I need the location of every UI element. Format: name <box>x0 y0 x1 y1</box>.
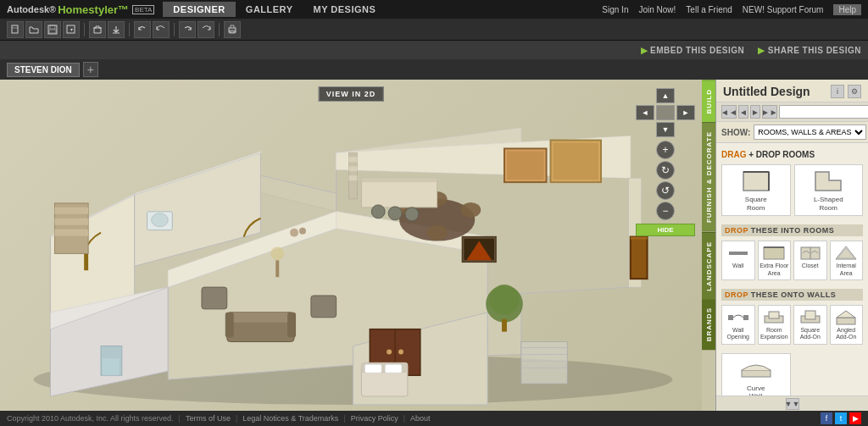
tab-mydesigns[interactable]: MY DESIGNS <box>303 2 386 17</box>
saveas-button[interactable]: ▾ <box>63 21 80 38</box>
tab-landscape[interactable]: LANDSCAPE <box>702 232 715 300</box>
redo2-button[interactable] <box>198 21 214 38</box>
extra-floor-item[interactable]: Extra FloorArea <box>758 241 792 280</box>
privacy-link[interactable]: Privacy Policy <box>351 414 398 423</box>
svg-rect-53 <box>502 319 507 332</box>
tab-designer[interactable]: DESIGNER <box>163 2 235 17</box>
square-addon-item[interactable]: SquareAdd-On <box>793 305 827 345</box>
download-button[interactable] <box>108 21 125 38</box>
wall-opening-label: WallOpening <box>727 327 749 341</box>
nav-left-button[interactable]: ◄ <box>636 105 654 120</box>
nav-right-button[interactable]: ► <box>676 105 695 120</box>
add-design-button[interactable]: + <box>83 62 98 77</box>
rotate-cw-button[interactable]: ↻ <box>656 161 675 180</box>
svg-point-85 <box>290 229 298 237</box>
square-room-icon <box>739 169 773 194</box>
svg-rect-38 <box>287 313 296 338</box>
tab-build[interactable]: BUILD <box>702 80 715 122</box>
legal-link[interactable]: Legal Notices & Trademarks <box>242 414 338 423</box>
tab-gallery[interactable]: GALLERY <box>236 2 303 17</box>
back-button[interactable]: ◄◄ <box>721 105 737 119</box>
save-button[interactable] <box>44 21 61 38</box>
svg-point-50 <box>398 349 403 354</box>
open-button[interactable] <box>25 21 42 38</box>
social-buttons: f t ▶ <box>821 412 861 424</box>
svg-rect-99 <box>743 315 748 320</box>
redo-button[interactable] <box>179 21 196 38</box>
hide-button[interactable]: HIDE <box>636 224 695 236</box>
embed-design-button[interactable]: ▶ EMBED THIS DESIGN <box>641 46 745 55</box>
svg-rect-37 <box>225 313 234 338</box>
svg-rect-40 <box>311 296 337 318</box>
new-button[interactable] <box>7 21 24 38</box>
svg-rect-83 <box>349 166 358 171</box>
drop-onto-walls-header: DROP THESE ONTO WALLS <box>721 289 863 301</box>
share-label: SHARE THIS DESIGN <box>768 46 861 55</box>
share-design-button[interactable]: ▶ SHARE THIS DESIGN <box>758 46 861 55</box>
drag-highlight: DRAG <box>721 150 746 159</box>
canvas-area[interactable]: VIEW IN 2D ▲ ◄ ► ▼ + ↻ ↺ − HIDE <box>0 80 702 411</box>
internal-area-item[interactable]: InternalArea <box>830 241 864 280</box>
nav-down-button[interactable]: ▼ <box>656 122 675 137</box>
undo-button[interactable] <box>134 21 151 38</box>
svg-marker-90 <box>815 172 841 191</box>
facebook-button[interactable]: f <box>821 412 832 424</box>
angled-addon-icon <box>833 308 859 327</box>
zoom-out-button[interactable]: − <box>656 202 675 220</box>
undo2-button[interactable] <box>153 21 170 38</box>
user-tab[interactable]: STEVEN DION <box>7 63 80 77</box>
main-toolbar: ▾ <box>0 19 868 41</box>
rooms-grid: SquareRoom L-ShapedRoom <box>721 164 863 216</box>
settings-panel-button[interactable]: ⚙ <box>848 85 861 98</box>
svg-rect-87 <box>743 172 769 191</box>
svg-rect-101 <box>769 312 779 318</box>
svg-rect-71 <box>553 143 598 180</box>
print-button[interactable] <box>224 21 241 38</box>
tab-brands[interactable]: BRANDS <box>702 299 715 350</box>
signin-link[interactable]: Sign In <box>602 5 628 14</box>
l-shaped-room-item[interactable]: L-ShapedRoom <box>794 164 864 216</box>
closet-item[interactable]: Closet <box>793 241 827 280</box>
tell-friend-link[interactable]: Tell a Friend <box>686 5 732 14</box>
wall-item[interactable]: Wall <box>721 241 755 280</box>
footer-sep3: | <box>343 414 345 423</box>
svg-point-52 <box>489 285 520 315</box>
zoom-in-button[interactable]: + <box>656 141 675 159</box>
nav-tabs: DESIGNER GALLERY MY DESIGNS <box>163 2 386 17</box>
curve-wall-item[interactable]: CurveWall <box>721 353 791 396</box>
twitter-button[interactable]: t <box>835 412 847 424</box>
wall-opening-item[interactable]: WallOpening <box>721 305 755 345</box>
drop-onto-walls-grid: WallOpening RoomExpansion <box>721 305 863 345</box>
next-button[interactable]: ► <box>750 105 760 119</box>
about-link[interactable]: About <box>410 414 431 423</box>
tab-furnish[interactable]: FURNISH & DECORATE <box>702 122 715 231</box>
support-link[interactable]: NEW! Support Forum <box>743 5 824 14</box>
top-navigation: Autodesk® Homestyler™ BETA DESIGNER GALL… <box>0 0 868 19</box>
room-expansion-item[interactable]: RoomExpansion <box>758 305 792 345</box>
svg-point-80 <box>151 213 168 227</box>
show-select[interactable]: ROOMS, WALLS & AREAS All Rooms Only <box>754 124 866 140</box>
view-2d-button[interactable]: VIEW IN 2D <box>319 86 384 102</box>
prev-button[interactable]: ◄ <box>738 105 748 119</box>
terms-link[interactable]: Terms of Use <box>186 414 231 423</box>
floor-plan[interactable] <box>0 80 702 411</box>
nav-up-button[interactable]: ▲ <box>656 88 675 103</box>
rotate-ccw-button[interactable]: ↺ <box>656 181 675 200</box>
square-room-item[interactable]: SquareRoom <box>721 164 791 216</box>
wall-label: Wall <box>732 263 743 269</box>
forward-button[interactable]: ►► <box>762 105 777 119</box>
curve-wall-label: CurveWall <box>747 385 765 396</box>
join-link[interactable]: Join Now! <box>638 5 676 14</box>
drop-into-rooms-grid: Wall Extra FloorArea <box>721 241 863 280</box>
help-button[interactable]: Help <box>833 4 861 15</box>
side-tabs: BUILD FURNISH & DECORATE LANDSCAPE BRAND… <box>702 80 715 411</box>
panel-next-button[interactable]: ▼▼ <box>786 398 799 410</box>
info-button[interactable]: i <box>831 85 844 98</box>
svg-rect-73 <box>631 237 648 240</box>
angled-addon-item[interactable]: AngledAdd-On <box>830 305 864 345</box>
sep4 <box>219 23 220 36</box>
delete-button[interactable] <box>89 21 106 38</box>
main-area: VIEW IN 2D ▲ ◄ ► ▼ + ↻ ↺ − HIDE BUI <box>0 80 868 411</box>
youtube-button[interactable]: ▶ <box>849 412 861 424</box>
search-history-input[interactable] <box>779 105 868 119</box>
